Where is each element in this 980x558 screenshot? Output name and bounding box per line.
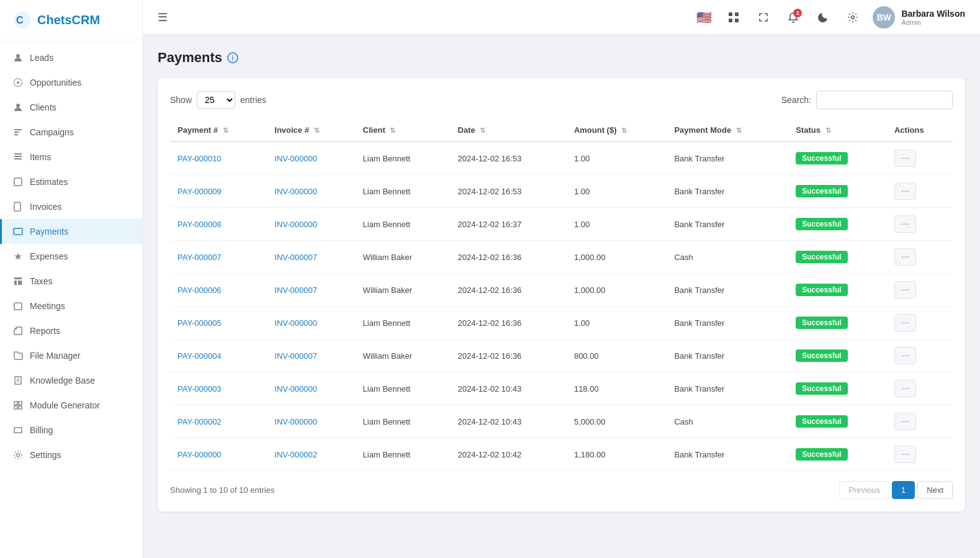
user-name: Barbara Wilson (901, 9, 965, 19)
sidebar-item-settings[interactable]: Settings (0, 443, 142, 467)
sidebar-item-meetings[interactable]: Meetings (0, 294, 142, 318)
sidebar-item-expenses[interactable]: Expenses (0, 244, 142, 269)
sidebar-item-module-generator[interactable]: Module Generator (0, 393, 142, 418)
invoice-link[interactable]: INV-000000 (274, 318, 317, 328)
sidebar-item-campaigns[interactable]: Campaigns (0, 120, 142, 145)
actions-button[interactable]: ··· (894, 380, 916, 397)
notification-badge: 1 (793, 9, 802, 17)
campaigns-icon (12, 127, 24, 138)
sidebar-item-leads[interactable]: Leads (0, 45, 142, 70)
avatar: BW (873, 6, 895, 29)
sidebar-item-settings-label: Settings (30, 450, 61, 460)
payment-link[interactable]: PAY-000010 (178, 154, 222, 163)
payment-link[interactable]: PAY-000006 (178, 286, 222, 295)
invoice-link[interactable]: INV-000002 (274, 450, 317, 459)
previous-button[interactable]: Previous (839, 481, 889, 499)
table-row: PAY-000009 INV-000000 Liam Bennett 2024-… (170, 175, 953, 208)
sidebar-item-taxes[interactable]: Taxes (0, 269, 142, 294)
actions-button[interactable]: ··· (894, 446, 916, 463)
expand-icon[interactable] (753, 7, 773, 27)
status-badge: Successful (796, 218, 847, 230)
col-client[interactable]: Client ⇅ (356, 119, 451, 142)
col-payment-mode[interactable]: Payment Mode ⇅ (667, 119, 788, 142)
sidebar-item-opportunities[interactable]: Opportunities (0, 70, 142, 95)
svg-rect-7 (14, 228, 22, 235)
gear-icon[interactable] (843, 7, 863, 27)
actions-cell: ··· (887, 340, 953, 372)
user-profile[interactable]: BW Barbara Wilson Admin (873, 6, 965, 29)
invoice-link[interactable]: INV-000000 (274, 417, 317, 426)
sidebar-item-opportunities-label: Opportunities (30, 78, 81, 88)
sidebar-item-billing[interactable]: Billing (0, 418, 142, 443)
sort-icon-payment-mode: ⇅ (736, 127, 742, 135)
page-1-button[interactable]: 1 (892, 481, 915, 499)
status-cell: Successful (788, 274, 887, 307)
payment-link[interactable]: PAY-000002 (178, 417, 222, 426)
payment-link[interactable]: PAY-000000 (178, 450, 222, 459)
svg-point-3 (17, 81, 19, 84)
grid-icon[interactable] (724, 7, 744, 27)
sidebar-item-clients-label: Clients (30, 102, 56, 112)
invoice-link[interactable]: INV-000000 (274, 187, 317, 196)
payment-link[interactable]: PAY-000007 (178, 253, 222, 262)
actions-button[interactable]: ··· (894, 215, 916, 233)
next-button[interactable]: Next (917, 481, 953, 499)
actions-button[interactable]: ··· (894, 413, 916, 430)
invoice-link[interactable]: INV-000007 (274, 253, 317, 262)
search-input[interactable] (816, 91, 953, 109)
date-cell: 2024-12-02 10:43 (451, 372, 567, 405)
actions-cell: ··· (887, 307, 953, 340)
payment-link[interactable]: PAY-000009 (178, 187, 222, 196)
sidebar-item-clients[interactable]: Clients (0, 95, 142, 120)
opportunities-icon (12, 77, 24, 88)
table-row: PAY-000003 INV-000000 Liam Bennett 2024-… (170, 372, 953, 405)
menu-toggle-icon[interactable]: ☰ (158, 11, 168, 24)
table-controls: Show 25 10 50 100 entries Search: (170, 91, 953, 109)
actions-button[interactable]: ··· (894, 314, 916, 331)
svg-rect-16 (729, 19, 732, 22)
actions-button[interactable]: ··· (894, 248, 916, 266)
invoice-link[interactable]: INV-000000 (274, 384, 317, 394)
col-date[interactable]: Date ⇅ (451, 119, 567, 142)
client-cell: William Baker (356, 274, 451, 307)
payment-link[interactable]: PAY-000004 (178, 351, 222, 361)
page-info-icon[interactable]: i (227, 52, 238, 63)
actions-button[interactable]: ··· (894, 150, 916, 167)
col-amount[interactable]: Amount ($) ⇅ (567, 119, 667, 142)
sidebar-item-items[interactable]: Items (0, 145, 142, 169)
notification-icon[interactable]: 1 (783, 7, 803, 27)
col-invoice-num[interactable]: Invoice # ⇅ (267, 119, 355, 142)
actions-cell: ··· (887, 438, 953, 471)
col-payment-num[interactable]: Payment # ⇅ (170, 119, 267, 142)
main-area: ☰ 🇺🇸 1 BW (143, 0, 980, 558)
amount-cell: 1,000.00 (567, 241, 667, 274)
sidebar-item-taxes-label: Taxes (30, 276, 53, 286)
sidebar-item-file-manager[interactable]: File Manager (0, 343, 142, 368)
actions-cell: ··· (887, 241, 953, 274)
sidebar-item-payments[interactable]: Payments (0, 219, 142, 244)
actions-button[interactable]: ··· (894, 182, 916, 200)
invoice-link[interactable]: INV-000007 (274, 351, 317, 361)
payment-link[interactable]: PAY-000005 (178, 318, 222, 328)
sidebar-item-invoices[interactable]: Invoices (0, 194, 142, 219)
actions-button[interactable]: ··· (894, 281, 916, 299)
client-cell: Liam Bennett (356, 438, 451, 471)
dark-mode-icon[interactable] (813, 7, 833, 27)
sidebar-item-estimates[interactable]: Estimates (0, 169, 142, 194)
payment-link[interactable]: PAY-000003 (178, 384, 222, 394)
user-role: Admin (901, 19, 965, 26)
entries-select[interactable]: 25 10 50 100 (197, 91, 235, 109)
sidebar-item-knowledge-base[interactable]: Knowledge Base (0, 368, 142, 393)
table-row: PAY-000008 INV-000000 Liam Bennett 2024-… (170, 208, 953, 241)
svg-text:C: C (16, 15, 24, 25)
payment-link[interactable]: PAY-000008 (178, 220, 222, 229)
actions-button[interactable]: ··· (894, 347, 916, 364)
sidebar-item-reports[interactable]: Reports (0, 318, 142, 343)
invoice-link[interactable]: INV-000000 (274, 154, 317, 163)
invoice-link[interactable]: INV-000000 (274, 220, 317, 229)
date-cell: 2024-12-02 10:42 (451, 438, 567, 471)
col-status[interactable]: Status ⇅ (788, 119, 887, 142)
invoice-link[interactable]: INV-000007 (274, 286, 317, 295)
logo-icon: C (12, 10, 32, 30)
flag-icon[interactable]: 🇺🇸 (694, 7, 714, 27)
